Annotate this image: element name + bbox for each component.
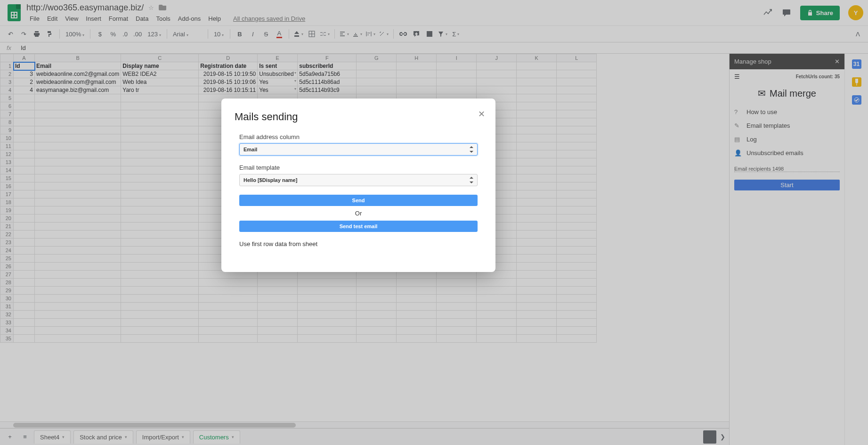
- merge-icon[interactable]: [319, 28, 331, 40]
- cell[interactable]: [14, 214, 35, 222]
- font-select[interactable]: Arial: [171, 31, 204, 38]
- cell[interactable]: [517, 110, 557, 118]
- font-size-select[interactable]: 10: [212, 31, 226, 38]
- cell[interactable]: [557, 198, 597, 206]
- cell[interactable]: [298, 287, 357, 295]
- cell[interactable]: [121, 303, 199, 311]
- cell[interactable]: [121, 231, 199, 239]
- cell[interactable]: [557, 174, 597, 182]
- cell[interactable]: [517, 142, 557, 150]
- row-header[interactable]: 24: [0, 247, 14, 255]
- row-header[interactable]: 1: [0, 62, 14, 70]
- cell[interactable]: [121, 134, 199, 142]
- cell[interactable]: [121, 94, 199, 102]
- cell[interactable]: [35, 94, 121, 102]
- cell[interactable]: [557, 206, 597, 214]
- cell[interactable]: [557, 239, 597, 247]
- cell[interactable]: [298, 327, 357, 335]
- cell[interactable]: [121, 319, 199, 327]
- cell[interactable]: [121, 190, 199, 198]
- cell[interactable]: [35, 287, 121, 295]
- cell[interactable]: [14, 182, 35, 190]
- cell[interactable]: [199, 311, 258, 319]
- cell[interactable]: [517, 327, 557, 335]
- select-email-template[interactable]: Hello [$Display name]: [239, 174, 478, 186]
- row-header[interactable]: 27: [0, 271, 14, 279]
- cell[interactable]: [35, 126, 121, 134]
- cell[interactable]: [14, 94, 35, 102]
- trend-icon[interactable]: [763, 8, 773, 18]
- cell[interactable]: [437, 335, 477, 343]
- insert-chart-icon[interactable]: [424, 28, 435, 40]
- all-sheets-icon[interactable]: ≡: [19, 431, 31, 443]
- cell[interactable]: [121, 263, 199, 271]
- cell[interactable]: [35, 255, 121, 263]
- row-header[interactable]: 12: [0, 150, 14, 158]
- row-header[interactable]: 17: [0, 190, 14, 198]
- save-status[interactable]: All changes saved in Drive: [230, 14, 308, 23]
- cell[interactable]: [121, 327, 199, 335]
- cell[interactable]: [437, 287, 477, 295]
- percent-icon[interactable]: %: [107, 28, 119, 40]
- cell[interactable]: [517, 222, 557, 231]
- cell[interactable]: [298, 279, 357, 287]
- cell[interactable]: [557, 94, 597, 102]
- cell[interactable]: [557, 158, 597, 166]
- cell[interactable]: [477, 287, 517, 295]
- cell[interactable]: [437, 327, 477, 335]
- cell[interactable]: [121, 174, 199, 182]
- cell[interactable]: [517, 174, 557, 182]
- cell[interactable]: [14, 222, 35, 231]
- cell[interactable]: [35, 247, 121, 255]
- cell[interactable]: [14, 255, 35, 263]
- menu-format[interactable]: Format: [105, 14, 131, 23]
- cell[interactable]: [517, 263, 557, 271]
- h-scrollbar[interactable]: [0, 421, 729, 428]
- menu-view[interactable]: View: [62, 14, 81, 23]
- cell[interactable]: [517, 190, 557, 198]
- add-sheet-icon[interactable]: +: [4, 431, 16, 443]
- cell[interactable]: [35, 134, 121, 142]
- cell[interactable]: [258, 295, 298, 303]
- cell[interactable]: [397, 279, 437, 287]
- sidebar-item-templates[interactable]: ✎Email templates: [734, 122, 840, 129]
- cell[interactable]: [199, 319, 258, 327]
- tab-customers[interactable]: Customers▾: [193, 430, 240, 444]
- cell[interactable]: [121, 295, 199, 303]
- cell[interactable]: easymanage.biz@gmail.com: [35, 86, 121, 94]
- row-header[interactable]: 3: [0, 78, 14, 86]
- send-test-button[interactable]: Send test email: [239, 221, 478, 232]
- number-format-select[interactable]: 123: [146, 31, 163, 38]
- decrease-decimal-icon[interactable]: .0: [121, 31, 130, 38]
- cell[interactable]: [517, 206, 557, 214]
- cell[interactable]: [14, 327, 35, 335]
- cell[interactable]: Unsubscribed: [258, 70, 298, 78]
- menu-file[interactable]: File: [26, 14, 43, 23]
- row-header[interactable]: 10: [0, 134, 14, 142]
- rotate-icon[interactable]: [378, 28, 389, 40]
- cell[interactable]: [35, 174, 121, 182]
- cell[interactable]: [199, 327, 258, 335]
- row-header[interactable]: 33: [0, 319, 14, 327]
- menu-edit[interactable]: Edit: [44, 14, 61, 23]
- cell[interactable]: [35, 158, 121, 166]
- cell[interactable]: [258, 279, 298, 287]
- cell[interactable]: [35, 263, 121, 271]
- row-header[interactable]: 21: [0, 222, 14, 231]
- cell[interactable]: [517, 126, 557, 134]
- cell[interactable]: [517, 134, 557, 142]
- cell[interactable]: [14, 295, 35, 303]
- cell[interactable]: [517, 287, 557, 295]
- sidebar-item-log[interactable]: ▤Log: [734, 136, 840, 143]
- cell[interactable]: [14, 247, 35, 255]
- cell[interactable]: [298, 303, 357, 311]
- cell[interactable]: [121, 239, 199, 247]
- cell[interactable]: [121, 158, 199, 166]
- cell[interactable]: [14, 134, 35, 142]
- cell[interactable]: [517, 295, 557, 303]
- undo-icon[interactable]: ↶: [5, 28, 16, 40]
- cell[interactable]: [14, 166, 35, 174]
- avatar[interactable]: Y: [848, 5, 863, 20]
- tab-import-export[interactable]: Import/Export▾: [136, 430, 190, 444]
- calendar-icon[interactable]: 31: [852, 59, 861, 69]
